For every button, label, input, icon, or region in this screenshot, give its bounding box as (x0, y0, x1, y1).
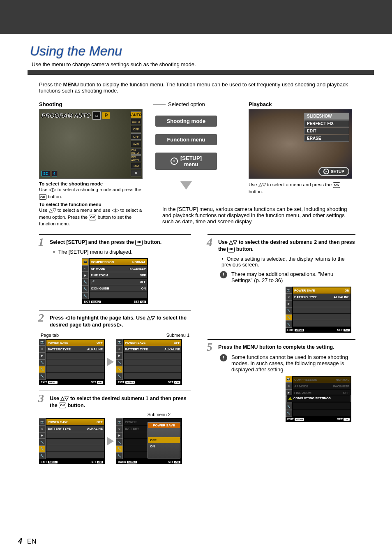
submenu1-caption: Submenu 1 (166, 333, 189, 338)
setup-menu-screenshot-2b: 📷☺▶🔧🔧🔧 POWER SAVEOFFBATTERY TYPEALKALINE… (116, 339, 182, 385)
shooting-lcd: PROGRAM AUTO ☺ P iAUTO AUTO OFF OFF ±0.0… (39, 109, 143, 179)
step4-bullet: Once a setting is selected, the display … (221, 256, 355, 268)
step-1: 1 Select [SETUP] and then press the OK b… (39, 239, 191, 246)
page-subtitle: Use the menu to change camera settings s… (32, 61, 372, 67)
side-settings-column: iAUTO AUTO OFF OFF ±0.0 WB AUTO ISO AUTO… (131, 111, 141, 176)
tab-camera-icon: 📷 (82, 258, 89, 265)
submenu2-caption: Submenu 2 (39, 412, 191, 417)
playback-menu: SLIDESHOW PERFECT FIX EDIT ERASE (304, 113, 349, 142)
setup-menu-screenshot-1: 📷☺▶🔧🔧🔧 COMPRESSIONNORMALAF MODEFACE/iESP… (82, 258, 148, 304)
ok-button-icon: OK (89, 215, 96, 220)
playback-label: Playback (249, 101, 355, 107)
page-footer: 4 EN (18, 537, 36, 546)
setup-menu-screenshot-4: 📷☺▶🔧🔧🔧 POWER SAVEONBATTERY TYPEALKALINE … (286, 287, 351, 333)
header-bar (0, 0, 392, 34)
note-icon: ! (220, 271, 227, 278)
step5-note: ! Some functions cannot be used in some … (220, 354, 355, 373)
step-4: 4 Use △▽ to select the desired submenu 2… (208, 239, 355, 253)
note-icon: ! (220, 354, 227, 361)
mode-title: PROGRAM AUTO (42, 112, 91, 119)
p-mode-badge: P (102, 112, 110, 119)
setup-pill: »SETUP (318, 167, 349, 176)
step-3: 3 Use △▽ to select the desired submenu 1… (39, 395, 191, 409)
menu-erase: ERASE (304, 135, 349, 142)
setup-gear-icon: ⚙ (131, 170, 141, 176)
select-func-menu-hdr: To select the function menu (39, 202, 146, 207)
callout-function-menu: Function menu (155, 134, 217, 145)
step4-note: ! There may be additional operations. "M… (220, 271, 355, 283)
setup-menu-screenshot-2a: 📷☺▶🔧🔧🔧 POWER SAVEOFFBATTERY TYPEALKALINE… (39, 339, 105, 385)
playback-lcd: SLIDESHOW PERFECT FIX EDIT ERASE »SETUP (249, 109, 352, 179)
count-indicator: 4 (52, 171, 57, 176)
submenu-popup: POWER SAVE OFF ON (148, 422, 180, 458)
shooting-label: Shooting (39, 101, 62, 107)
menu-edit: EDIT (304, 127, 349, 134)
right-arrow-icon (107, 437, 114, 445)
right-arrow-icon (107, 358, 114, 366)
page-lang: EN (27, 538, 36, 545)
page-number: 4 (18, 537, 22, 546)
menu-slideshow: SLIDESHOW (304, 113, 349, 120)
step1-bullet: The [SETUP] menu is displayed. (53, 249, 191, 255)
page-title: Using the Menu (30, 44, 372, 59)
menu-perfect-fix: PERFECT FIX (304, 120, 349, 127)
separator (28, 70, 374, 75)
conflict-banner: CONFLICTING SETTINGS (286, 395, 350, 402)
callout-setup-menu: » [SETUP]menu (155, 153, 217, 170)
select-func-menu-body: Use △▽ to select a menu and use ◁▷ to se… (39, 207, 146, 227)
callout-shooting-mode: Shooting mode (155, 116, 217, 127)
ok-button-icon: OK (39, 194, 46, 200)
down-arrow-icon (180, 181, 192, 190)
setup-paragraph: In the [SETUP] menu, various camera func… (162, 206, 355, 225)
select-shoot-mode-body: Use ◁▷ to select a shooting mode and pre… (39, 186, 146, 200)
step-2: 2 Press ◁ to highlight the page tabs. Us… (39, 315, 191, 329)
ok-button-icon: OK (333, 182, 340, 188)
ok-button-icon: OK (59, 403, 66, 408)
page-tab-caption: Page tab (41, 333, 59, 338)
ok-button-icon: OK (135, 240, 143, 245)
step-5: 5 Press the MENU button to complete the … (208, 344, 355, 351)
ok-button-icon: OK (227, 247, 235, 252)
sd-indicator: SD (42, 171, 50, 176)
setup-menu-screenshot-3b: 📷☺▶🔧🔧🔧 POWERBATTERY POWER SAVE OFF ON BA… (116, 418, 182, 464)
intro-text: Press the MENU button to display the fun… (39, 81, 355, 94)
selected-option-label: Selected option (168, 101, 205, 107)
conflict-screenshot: 📷☺▶🔧🔧🔧 COMPRESSIONNORMALAF MODEFACE/iESP… (286, 376, 351, 422)
setup-menu-screenshot-3a: 📷☺▶🔧🔧🔧 POWER SAVEOFFBATTERY TYPEALKALINE… (39, 418, 105, 464)
playback-instr: Use △▽ to select a menu and press the OK… (249, 181, 355, 195)
portrait-icon: ☺ (92, 111, 101, 120)
select-shoot-mode-hdr: To select the shooting mode (39, 181, 146, 186)
